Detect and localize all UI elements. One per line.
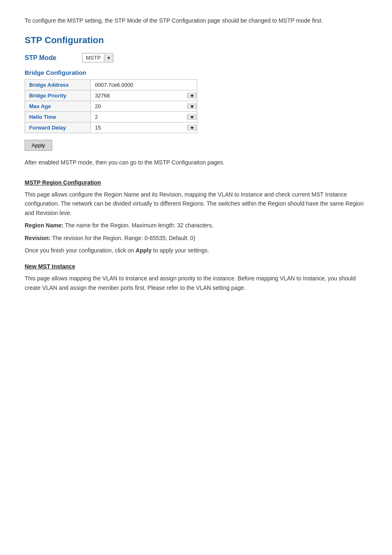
mstp-region-section: MSTP Region Configuration This page allo… bbox=[25, 179, 367, 255]
field-value-wrapper: 20▼ bbox=[95, 103, 193, 109]
field-dropdown-arrow[interactable]: ▼ bbox=[187, 92, 197, 99]
bridge-config-title: Bridge Configuration bbox=[25, 69, 367, 76]
table-row: Forward Delay15▼ bbox=[25, 123, 197, 133]
table-row: Max Age20▼ bbox=[25, 101, 197, 112]
field-dropdown-arrow[interactable]: ▼ bbox=[187, 114, 197, 120]
stp-mode-value: MSTP bbox=[83, 53, 104, 62]
new-mst-body: This page allows mapping the VLAN to Ins… bbox=[25, 274, 367, 292]
field-value-text: 32768 bbox=[95, 92, 110, 99]
field-value[interactable]: 15▼ bbox=[91, 123, 197, 133]
field-value-text: 2 bbox=[95, 114, 98, 120]
revision-label: Revision: bbox=[25, 235, 51, 241]
field-value-wrapper: 2▼ bbox=[95, 114, 193, 120]
field-label: Forward Delay bbox=[25, 123, 91, 133]
after-text: After enabled MSTP mode, then you can go… bbox=[25, 158, 367, 167]
mstp-region-body: This page allows configure the Region Na… bbox=[25, 190, 367, 255]
field-dropdown-arrow[interactable]: ▼ bbox=[187, 125, 197, 131]
mstp-region-heading: MSTP Region Configuration bbox=[25, 179, 367, 186]
apply-note-prefix: Once you finish your configuration, clic… bbox=[25, 247, 136, 254]
revision-para: Revision: The revision for the Region. R… bbox=[25, 234, 367, 243]
apply-note-para: Once you finish your configuration, clic… bbox=[25, 246, 367, 255]
field-value-wrapper: 32768▼ bbox=[95, 92, 193, 99]
stp-config-title: STP Configuration bbox=[25, 35, 367, 46]
mstp-region-description: This page allows configure the Region Na… bbox=[25, 190, 367, 217]
region-name-para: Region Name: The name for the Region. Ma… bbox=[25, 221, 367, 230]
new-mst-description: This page allows mapping the VLAN to Ins… bbox=[25, 274, 367, 292]
field-value-text: 15 bbox=[95, 125, 101, 131]
new-mst-heading: New MST Instance bbox=[25, 263, 367, 270]
apply-button[interactable]: Apply bbox=[25, 140, 52, 151]
field-dropdown-arrow[interactable]: ▼ bbox=[187, 103, 197, 109]
stp-mode-select[interactable]: MSTP ▼ bbox=[82, 53, 113, 62]
field-label: Hello Time bbox=[25, 112, 91, 123]
stp-mode-row: STP Mode MSTP ▼ bbox=[25, 53, 367, 62]
stp-mode-label: STP Mode bbox=[25, 54, 74, 62]
revision-text: The revision for the Region. Range: 0-65… bbox=[52, 235, 196, 241]
region-name-text: The name for the Region. Maximum length:… bbox=[65, 222, 214, 229]
apply-note-suffix: to apply your settings. bbox=[152, 247, 209, 254]
field-label: Bridge Address bbox=[25, 80, 91, 90]
new-mst-section: New MST Instance This page allows mappin… bbox=[25, 263, 367, 292]
field-value-wrapper: 15▼ bbox=[95, 125, 193, 131]
bridge-config-table: Bridge Address0007.7ce6.0000Bridge Prior… bbox=[25, 79, 197, 133]
field-value: 0007.7ce6.0000 bbox=[91, 80, 197, 90]
field-value[interactable]: 32768▼ bbox=[91, 90, 197, 101]
stp-mode-dropdown-arrow[interactable]: ▼ bbox=[104, 54, 113, 62]
field-label: Bridge Priority bbox=[25, 90, 91, 101]
table-row: Bridge Address0007.7ce6.0000 bbox=[25, 80, 197, 90]
field-label: Max Age bbox=[25, 101, 91, 112]
table-row: Bridge Priority32768▼ bbox=[25, 90, 197, 101]
table-row: Hello Time2▼ bbox=[25, 112, 197, 123]
field-value-text: 20 bbox=[95, 103, 101, 109]
field-value[interactable]: 2▼ bbox=[91, 112, 197, 123]
intro-text: To configure the MSTP setting, the STP M… bbox=[25, 16, 367, 25]
region-name-label: Region Name: bbox=[25, 222, 63, 229]
field-value[interactable]: 20▼ bbox=[91, 101, 197, 112]
apply-note-bold: Apply bbox=[136, 247, 152, 254]
